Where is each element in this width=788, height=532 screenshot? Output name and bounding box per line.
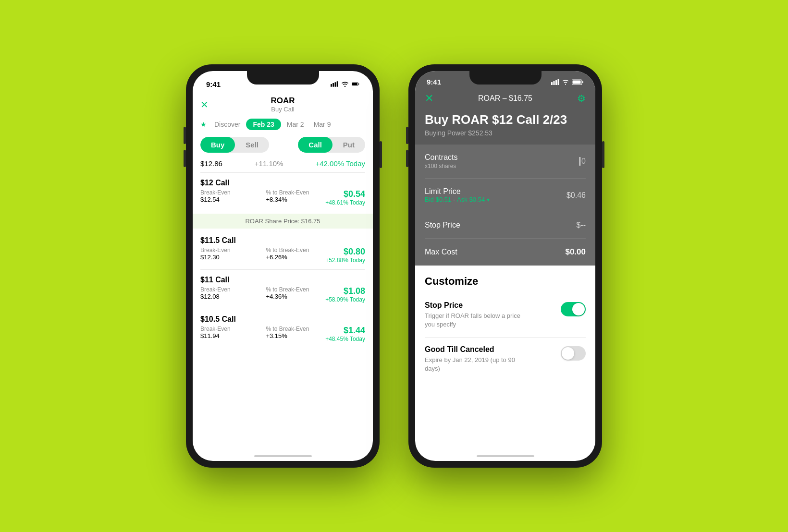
phone2-status-time: 9:41 — [427, 78, 441, 86]
stop-price-customize-row: Stop Price Trigger if ROAR falls below a… — [425, 293, 586, 337]
status-time-1: 9:41 — [206, 80, 221, 88]
option-12call-name: $12 Call — [200, 179, 365, 187]
limit-price-value: $0.46 — [566, 191, 586, 200]
phone1-subtitle: Buy Call — [271, 106, 295, 113]
bid-ask-row[interactable]: Bid $0.51 · Ask $0.54 ▾ — [425, 196, 490, 203]
pct-val-4: +3.15% — [266, 332, 309, 339]
signal-icon — [331, 81, 338, 87]
svg-rect-2 — [334, 82, 336, 86]
breakeven-val-4: $11.94 — [200, 332, 231, 339]
phone2-signal-icon — [551, 79, 559, 85]
battery-icon — [352, 81, 359, 87]
option-change-4: +48.45% Today — [325, 336, 365, 342]
stop-price-row[interactable]: Stop Price $-- — [425, 212, 586, 239]
contracts-row[interactable]: Contracts x100 shares 0 — [425, 145, 586, 179]
breakeven-val-3: $12.08 — [200, 293, 231, 300]
phone2-battery-icon — [572, 79, 584, 85]
phone2-topbar: ✕ ROAR – $16.75 ⚙ — [425, 92, 586, 105]
phone-1: 9:41 — [186, 64, 380, 468]
phone1-tab-row: ★ Discover Feb 23 Mar 2 Mar 9 — [193, 115, 373, 134]
phone1-top-nav: ✕ ROAR Buy Call — [193, 92, 373, 115]
max-cost-row: Max Cost $0.00 — [425, 239, 586, 266]
gtc-desc: Expire by Jan 22, 2019 (up to 90 days) — [425, 356, 530, 373]
contracts-label: Contracts — [425, 153, 457, 162]
sell-button[interactable]: Sell — [235, 137, 269, 153]
svg-rect-9 — [555, 80, 557, 85]
breakeven-label-4: Break-Even — [200, 326, 231, 332]
phone-2: 9:41 — [408, 64, 602, 468]
call-button[interactable]: Call — [298, 137, 332, 153]
contracts-input[interactable]: 0 — [579, 157, 586, 166]
breakeven-label-1: Break-Even — [200, 189, 231, 196]
phone1-close-button[interactable]: ✕ — [200, 99, 209, 110]
put-button[interactable]: Put — [332, 137, 365, 153]
stop-price-customize-label: Stop Price — [425, 301, 530, 310]
pct-label-4: % to Break-Even — [266, 326, 309, 332]
gtc-customize-row: Good Till Canceled Expire by Jan 22, 201… — [425, 338, 586, 381]
tab-feb23[interactable]: Feb 23 — [246, 119, 281, 130]
action-row: Buy Sell Call Put — [193, 134, 373, 157]
stop-price-toggle[interactable] — [561, 302, 586, 316]
buy-button[interactable]: Buy — [200, 137, 235, 153]
pct-val-2: +6.26% — [266, 254, 309, 261]
gtc-toggle[interactable] — [561, 346, 586, 361]
svg-rect-7 — [551, 82, 553, 85]
pct-val-1: +8.34% — [266, 196, 309, 203]
breakeven-val-2: $12.30 — [200, 254, 231, 261]
svg-rect-5 — [358, 84, 359, 85]
option-change-2: +52.88% Today — [325, 257, 365, 264]
option-row-12call[interactable]: $12 Call Break-Even $12.54 % to Break-Ev… — [193, 173, 373, 212]
phone2-status-icons — [551, 78, 584, 86]
option-row-11-5call[interactable]: $11.5 Call Break-Even $12.30 % to Break-… — [193, 230, 373, 269]
price-pct: +11.10% — [255, 159, 283, 168]
buy-sell-toggle[interactable]: Buy Sell — [200, 137, 269, 153]
breakeven-label-2: Break-Even — [200, 247, 231, 254]
phone2-close-button[interactable]: ✕ — [425, 92, 433, 105]
svg-rect-8 — [554, 81, 555, 85]
share-price-banner: ROAR Share Price: $16.75 — [193, 214, 373, 229]
phone1-ticker: ROAR — [271, 96, 295, 106]
bid-label: Bid — [425, 196, 434, 203]
stop-price-value: $-- — [576, 221, 586, 230]
svg-rect-1 — [332, 83, 334, 87]
max-cost-value: $0.00 — [565, 247, 586, 257]
option-row-11call[interactable]: $11 Call Break-Even $12.08 % to Break-Ev… — [193, 270, 373, 309]
gtc-label: Good Till Canceled — [425, 345, 530, 354]
svg-rect-10 — [558, 79, 559, 85]
phone2-gear-icon[interactable]: ⚙ — [577, 93, 586, 104]
limit-price-label: Limit Price — [425, 187, 490, 196]
svg-rect-0 — [331, 84, 332, 87]
breakeven-val-1: $12.54 — [200, 196, 231, 203]
svg-rect-6 — [352, 83, 357, 85]
breakeven-label-3: Break-Even — [200, 286, 231, 293]
ask-label: Ask — [457, 196, 468, 203]
pct-label-2: % to Break-Even — [266, 247, 309, 254]
customize-section: Customize Stop Price Trigger if ROAR fal… — [415, 266, 595, 381]
pct-label-1: % to Break-Even — [266, 189, 309, 196]
limit-price-row[interactable]: Limit Price Bid $0.51 · Ask $0.54 ▾ $0.4… — [425, 179, 586, 212]
tab-discover[interactable]: Discover — [210, 119, 244, 130]
tab-mar9[interactable]: Mar 9 — [310, 119, 335, 130]
stop-price-customize-desc: Trigger if ROAR falls below a price you … — [425, 312, 530, 329]
svg-rect-12 — [582, 81, 583, 83]
call-put-toggle[interactable]: Call Put — [298, 137, 365, 153]
pct-label-3: % to Break-Even — [266, 286, 309, 293]
option-price-2: $0.80 — [325, 247, 365, 257]
tab-mar2[interactable]: Mar 2 — [283, 119, 308, 130]
option-price-1: $0.54 — [325, 189, 365, 199]
stop-price-label: Stop Price — [425, 221, 460, 230]
svg-rect-3 — [337, 81, 338, 86]
bid-value: $0.51 — [436, 196, 452, 203]
option-price-3: $1.08 — [325, 286, 365, 296]
option-row-10-5call[interactable]: $10.5 Call Break-Even $11.94 % to Break-… — [193, 309, 373, 348]
svg-rect-13 — [573, 80, 581, 84]
price-today: +42.00% Today — [315, 159, 365, 168]
phone2-header-title: ROAR – $16.75 — [478, 94, 532, 103]
ask-value: $0.54 — [469, 196, 485, 203]
option-change-1: +48.61% Today — [325, 199, 365, 206]
phone2-buying-power: Buying Power $252.53 — [425, 129, 586, 137]
chevron-down-icon[interactable]: ▾ — [487, 196, 490, 203]
option-11call-name: $11 Call — [200, 276, 365, 284]
option-change-3: +58.09% Today — [325, 296, 365, 303]
option-11-5call-name: $11.5 Call — [200, 236, 365, 245]
